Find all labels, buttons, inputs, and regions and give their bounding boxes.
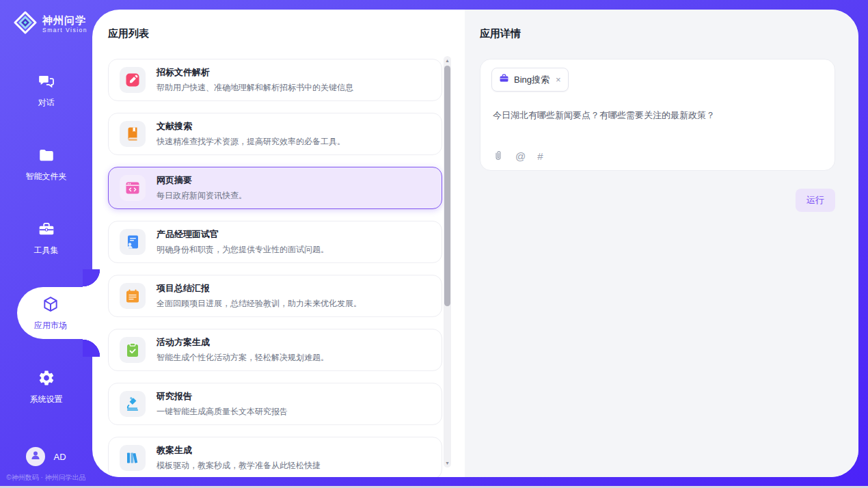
hash-icon[interactable]: # xyxy=(537,150,543,162)
app-name: 项目总结汇报 xyxy=(157,282,362,295)
main-content: 应用列表 招标文件解析 帮助用户快速、准确地理解和解析招标书中的关键信息 xyxy=(92,10,858,477)
tool-tag-label: Bing搜索 xyxy=(514,74,550,86)
app-description: 明确身份和职责，为您提供专业性的面试问题。 xyxy=(157,244,329,256)
prompt-toolbar: @ # xyxy=(493,150,543,162)
list-scrollbar[interactable]: ▲ ▼ xyxy=(444,56,451,467)
sidebar-item-label: 智能文件夹 xyxy=(26,171,67,182)
app-name: 文献搜索 xyxy=(157,120,345,133)
sidebar-item-label: 对话 xyxy=(38,97,55,109)
app-card[interactable]: 研究报告 一键智能生成高质量长文本研究报告 xyxy=(108,383,442,425)
sidebar-item[interactable]: 应用市场 xyxy=(17,287,92,339)
app-card[interactable]: 项目总结汇报 全面回顾项目进展，总结经验教训，助力未来优化发展。 xyxy=(108,275,442,317)
avatar[interactable] xyxy=(26,447,45,466)
sidebar-item-label: 系统设置 xyxy=(30,394,63,405)
app-list-title: 应用列表 xyxy=(108,27,465,40)
person-icon xyxy=(29,449,42,464)
app-name: 研究报告 xyxy=(157,390,288,403)
briefcase-icon xyxy=(499,73,509,86)
mention-icon[interactable]: @ xyxy=(515,150,526,162)
app-description: 全面回顾项目进展，总结经验教训，助力未来优化发展。 xyxy=(157,298,362,310)
app-description: 帮助用户快速、准确地理解和解析招标书中的关键信息 xyxy=(157,82,353,94)
gear-icon xyxy=(38,369,55,390)
app-description: 一键智能生成高质量长文本研究报告 xyxy=(157,406,288,418)
app-name: 招标文件解析 xyxy=(157,66,353,79)
toolbox-icon xyxy=(38,220,55,241)
app-card[interactable]: 教案生成 模板驱动，教案秒成，教学准备从此轻松快捷 xyxy=(108,437,442,477)
app-description: 每日政府新闻资讯快查。 xyxy=(157,190,247,202)
app-name: 网页摘要 xyxy=(157,174,247,187)
cube-icon xyxy=(42,295,59,316)
sidebar: 神州问学 Smart Vision 对话 智能文件夹 工具集 xyxy=(0,0,92,488)
interview-icon xyxy=(120,229,146,255)
sidebar-item[interactable]: 工具集 xyxy=(0,220,92,256)
scroll-down-icon[interactable]: ▼ xyxy=(444,461,451,465)
research-icon xyxy=(120,391,146,417)
run-button[interactable]: 运行 xyxy=(796,189,835,212)
report-icon xyxy=(120,283,146,309)
sidebar-item[interactable]: 对话 xyxy=(0,72,92,109)
sidebar-item[interactable]: 智能文件夹 xyxy=(0,146,92,182)
close-icon[interactable]: × xyxy=(556,75,561,84)
app-detail-panel: 应用详情 Bing搜索 × 今日湖北有哪些新闻要点？有哪些需要关注的最新政策？ … xyxy=(465,10,858,477)
app-description: 模板驱动，教案秒成，教学准备从此轻松快捷 xyxy=(157,460,321,472)
app-card[interactable]: 产品经理面试官 明确身份和职责，为您提供专业性的面试问题。 xyxy=(108,221,442,263)
tool-tag-bing-search[interactable]: Bing搜索 × xyxy=(491,68,569,92)
user-row[interactable]: AD xyxy=(0,447,92,466)
sidebar-item-label: 工具集 xyxy=(34,245,59,256)
prompt-input[interactable]: 今日湖北有哪些新闻要点？有哪些需要关注的最新政策？ xyxy=(493,109,822,122)
app-description: 快速精准查找学术资源，提高研究效率的必备工具。 xyxy=(157,136,345,148)
prompt-card: Bing搜索 × 今日湖北有哪些新闻要点？有哪些需要关注的最新政策？ @ # xyxy=(480,59,835,171)
edit-doc-icon xyxy=(120,67,146,93)
app-name: 教案生成 xyxy=(157,444,321,457)
scrollbar-thumb[interactable] xyxy=(444,66,450,306)
app-card[interactable]: 招标文件解析 帮助用户快速、准确地理解和解析招标书中的关键信息 xyxy=(108,59,442,101)
scroll-up-icon[interactable]: ▲ xyxy=(444,58,451,63)
user-name: AD xyxy=(53,452,66,462)
app-name: 活动方案生成 xyxy=(157,336,329,349)
app-list-panel: 应用列表 招标文件解析 帮助用户快速、准确地理解和解析招标书中的关键信息 xyxy=(92,10,465,477)
sidebar-item-label: 应用市场 xyxy=(34,320,67,331)
clipboard-icon xyxy=(120,337,146,363)
book-icon xyxy=(120,121,146,147)
app-card[interactable]: 网页摘要 每日政府新闻资讯快查。 xyxy=(108,167,442,209)
app-card-list: 招标文件解析 帮助用户快速、准确地理解和解析招标书中的关键信息 文献搜索 快速精… xyxy=(108,59,442,477)
books-icon xyxy=(120,445,146,471)
sidebar-item[interactable]: 系统设置 xyxy=(0,369,92,405)
app-description: 智能生成个性化活动方案，轻松解决规划难题。 xyxy=(157,352,329,364)
app-card[interactable]: 活动方案生成 智能生成个性化活动方案，轻松解决规划难题。 xyxy=(108,329,442,371)
app-detail-title: 应用详情 xyxy=(480,27,835,40)
folder-icon xyxy=(38,146,55,167)
app-name: 产品经理面试官 xyxy=(157,228,329,241)
chat-icon xyxy=(38,72,55,93)
app-card[interactable]: 文献搜索 快速精准查找学术资源，提高研究效率的必备工具。 xyxy=(108,113,442,155)
browser-icon xyxy=(120,175,146,201)
sidebar-nav: 对话 智能文件夹 工具集 应用市场 xyxy=(0,0,92,488)
app-window: 应用列表 招标文件解析 帮助用户快速、准确地理解和解析招标书中的关键信息 xyxy=(0,0,868,488)
attachment-icon[interactable] xyxy=(493,150,504,162)
copyright-footer: ©神州数码 · 神州问学出品 xyxy=(0,473,92,483)
